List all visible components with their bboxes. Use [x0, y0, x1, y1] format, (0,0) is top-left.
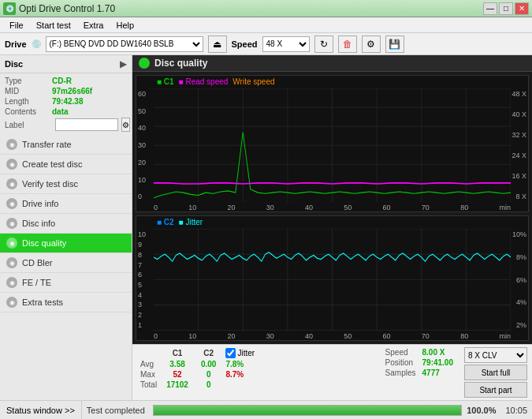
top-chart-x-labels: 0 10 20 30 40 50 60 70 80 min — [154, 204, 511, 211]
nav-cd-bler[interactable]: ◉ CD Bler — [0, 253, 132, 273]
jitter-checkbox[interactable] — [225, 348, 236, 358]
stats-avg-row: Avg 3.58 0.00 7.8% — [137, 359, 258, 369]
max-label: Max — [137, 369, 160, 380]
read-speed-legend: ■ Read speed — [179, 77, 229, 86]
stats-total-row: Total 17102 0 — [137, 380, 258, 390]
nav-disc-quality-label: Disc quality — [22, 238, 66, 248]
max-c1: 52 — [160, 369, 195, 380]
speed-label: Speed — [232, 39, 258, 49]
stats-col-c1: C1 — [160, 347, 195, 359]
nav-extra-tests[interactable]: ◉ Extra tests — [0, 293, 132, 312]
length-label: Length — [5, 97, 52, 106]
progress-bar-fill — [154, 406, 461, 415]
stats-jitter-check: Jitter — [222, 347, 258, 359]
nav-extra-tests-label: Extra tests — [22, 297, 63, 307]
eject-button[interactable]: ⏏ — [208, 36, 227, 53]
jitter-legend: ■ Jitter — [179, 218, 203, 226]
status-window-button[interactable]: Status window >> — [0, 401, 82, 419]
stats-table: C1 C2 Jitter Avg 3.58 0.00 7. — [137, 347, 258, 398]
save-button[interactable]: 💾 — [385, 36, 404, 53]
position-value: 79:41.00 — [419, 357, 456, 368]
disc-quality-header-icon — [139, 58, 150, 69]
menu-file[interactable]: File — [3, 19, 30, 32]
top-chart-svg — [154, 88, 511, 202]
menu-help[interactable]: Help — [110, 19, 140, 32]
nav-create-test-disc-label: Create test disc — [22, 159, 82, 169]
label-field-label: Label — [5, 121, 52, 129]
c2-legend: ■ C2 — [157, 218, 174, 226]
menu-extra[interactable]: Extra — [77, 19, 110, 32]
mid-label: MID — [5, 87, 52, 95]
bottom-chart: ■ C2 ■ Jitter 10 9 8 7 6 5 4 3 2 1 — [136, 215, 529, 341]
progress-text: 100.0% — [467, 406, 496, 415]
stats-header-row: C1 C2 Jitter — [137, 347, 258, 359]
right-panel: Disc quality ■ C1 ■ Read speed Write spe… — [132, 55, 532, 400]
minimize-button[interactable]: — — [483, 2, 497, 15]
create-test-disc-icon: ◉ — [6, 159, 17, 170]
speed-stat-label: Speed — [382, 347, 419, 357]
stats-spacer — [261, 347, 379, 398]
top-chart-y-left: 60 50 40 30 20 10 0 — [138, 90, 146, 200]
verify-test-disc-icon: ◉ — [6, 178, 17, 189]
time-text: 10:05 — [505, 406, 527, 415]
start-full-button[interactable]: Start full — [464, 365, 527, 380]
disc-mid-row: MID 97m26s66f — [5, 87, 127, 95]
nav-transfer-rate[interactable]: ◉ Transfer rate — [0, 135, 132, 155]
main-area: Disc ▶ Type CD-R MID 97m26s66f Length 79… — [0, 55, 532, 400]
nav-cd-bler-label: CD Bler — [22, 258, 53, 267]
total-c1: 17102 — [160, 380, 195, 390]
speed-select[interactable]: 48 X — [262, 36, 310, 52]
speed-clv-select[interactable]: 8 X CLV — [464, 347, 527, 363]
stats-col-c2: C2 — [195, 347, 222, 359]
menu-start-test[interactable]: Start test — [30, 19, 77, 32]
position-row: Position 79:41.00 — [382, 357, 456, 368]
app-title: Opti Drive Control 1.70 — [19, 3, 115, 14]
label-input[interactable] — [55, 118, 118, 131]
samples-label: Samples — [382, 368, 419, 378]
contents-label: Contents — [5, 107, 52, 116]
app-icon: 💿 — [3, 2, 16, 15]
close-button[interactable]: ✕ — [515, 2, 529, 15]
status-progress-container: Test completed 100.0% 10:05 — [82, 401, 532, 419]
chart-container: ■ C1 ■ Read speed Write speed 60 50 40 3… — [132, 72, 532, 344]
start-part-button[interactable]: Start part — [464, 382, 527, 398]
chart-header: Disc quality — [132, 55, 532, 72]
fe-te-icon: ◉ — [6, 277, 17, 288]
nav-disc-info-label: Disc info — [22, 219, 55, 228]
drive-select[interactable]: (F:) BENQ DVD DD DW1640 BSLB — [46, 36, 203, 52]
nav-disc-quality[interactable]: ◉ Disc quality — [0, 234, 132, 253]
avg-c2: 0.00 — [195, 359, 222, 369]
samples-value: 4777 — [419, 368, 456, 378]
nav-disc-info[interactable]: ◉ Disc info — [0, 214, 132, 234]
extra-tests-icon: ◉ — [6, 297, 17, 308]
max-c2: 0 — [195, 369, 222, 380]
stats-bar: C1 C2 Jitter Avg 3.58 0.00 7. — [132, 344, 532, 400]
bottom-chart-y-left: 10 9 8 7 6 5 4 3 2 1 — [138, 230, 146, 329]
disc-arrow[interactable]: ▶ — [120, 58, 127, 69]
status-bar: Status window >> Test completed 100.0% 1… — [0, 400, 532, 419]
bottom-chart-y-right: 10% 8% 6% 4% 2% — [512, 230, 526, 329]
nav-drive-info[interactable]: ◉ Drive info — [0, 194, 132, 214]
nav-fe-te[interactable]: ◉ FE / TE — [0, 273, 132, 293]
clear-button[interactable]: 🗑 — [338, 36, 357, 53]
total-label: Total — [137, 380, 160, 390]
refresh-button[interactable]: ↻ — [314, 36, 333, 53]
disc-info-icon: ◉ — [6, 218, 17, 229]
bottom-chart-x-labels: 0 10 20 30 40 50 60 70 80 min — [154, 332, 511, 340]
cd-bler-icon: ◉ — [6, 257, 17, 268]
top-chart-legend: ■ C1 ■ Read speed Write speed — [157, 77, 275, 86]
nav-verify-test-disc-label: Verify test disc — [22, 179, 78, 189]
maximize-button[interactable]: □ — [499, 2, 513, 15]
chart-title: Disc quality — [154, 58, 207, 69]
left-panel: Disc ▶ Type CD-R MID 97m26s66f Length 79… — [0, 55, 132, 400]
config-button[interactable]: ⚙ — [362, 36, 381, 53]
drive-icon: 💿 — [32, 39, 41, 48]
nav-drive-info-label: Drive info — [22, 199, 58, 208]
action-buttons: 8 X CLV Start full Start part — [464, 347, 527, 398]
nav-verify-test-disc[interactable]: ◉ Verify test disc — [0, 174, 132, 194]
bottom-chart-legend: ■ C2 ■ Jitter — [157, 218, 203, 226]
label-settings-button[interactable]: ⚙ — [121, 118, 130, 132]
bottom-chart-svg — [154, 229, 511, 331]
nav-create-test-disc[interactable]: ◉ Create test disc — [0, 155, 132, 174]
nav-fe-te-label: FE / TE — [22, 278, 51, 287]
